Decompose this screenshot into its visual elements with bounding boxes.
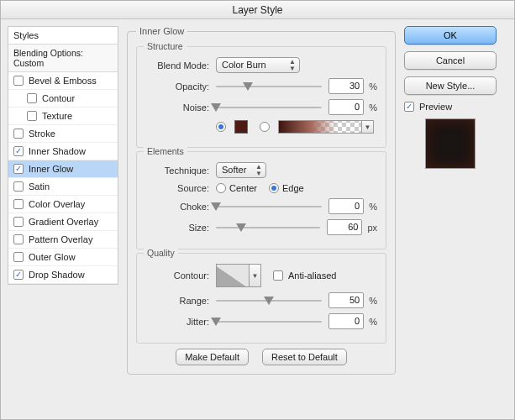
- style-item-texture[interactable]: Texture: [8, 108, 118, 125]
- elements-group: Elements Technique: Softer ▲▼ Source: Ce…: [136, 151, 386, 249]
- new-style-button[interactable]: New Style...: [404, 76, 497, 95]
- source-edge-label: Edge: [282, 183, 304, 193]
- elements-title: Elements: [144, 146, 187, 156]
- choke-label: Choke:: [145, 202, 209, 212]
- make-default-button[interactable]: Make Default: [176, 349, 249, 365]
- style-checkbox[interactable]: [27, 111, 37, 121]
- reset-default-button[interactable]: Reset to Default: [262, 349, 347, 365]
- blend-mode-select[interactable]: Color Burn ▲▼: [216, 57, 300, 73]
- style-checkbox[interactable]: [13, 270, 24, 280]
- opacity-label: Opacity:: [145, 81, 209, 92]
- action-column: OK Cancel New Style... Preview: [404, 26, 497, 383]
- gradient-swatch[interactable]: [278, 120, 362, 134]
- style-item-label: Pattern Overlay: [29, 234, 92, 244]
- style-item-label: Satin: [29, 181, 50, 192]
- style-item-label: Texture: [42, 111, 72, 121]
- chevron-updown-icon: ▲▼: [255, 164, 262, 177]
- range-input[interactable]: 50: [328, 292, 364, 308]
- jitter-label: Jitter:: [145, 317, 209, 327]
- ok-button[interactable]: OK: [404, 26, 497, 45]
- gradient-dropdown-icon[interactable]: ▼: [362, 120, 374, 134]
- preview-checkbox[interactable]: [404, 102, 414, 112]
- color-swatch[interactable]: [234, 120, 248, 134]
- range-unit: %: [369, 296, 377, 306]
- window-title: Layer Style: [1, 1, 514, 19]
- antialias-label: Anti-aliased: [288, 270, 336, 281]
- cancel-button[interactable]: Cancel: [404, 51, 497, 70]
- size-input[interactable]: 60: [327, 219, 362, 235]
- style-item-gradient-overlay[interactable]: Gradient Overlay: [8, 213, 118, 231]
- structure-group: Structure Blend Mode: Color Burn ▲▼ Opac…: [136, 46, 386, 148]
- technique-value: Softer: [222, 165, 246, 175]
- style-item-contour[interactable]: Contour: [8, 90, 118, 108]
- style-checkbox[interactable]: [13, 76, 24, 86]
- range-label: Range:: [145, 296, 209, 306]
- blend-mode-value: Color Burn: [222, 60, 266, 70]
- style-checkbox[interactable]: [13, 252, 24, 262]
- style-checkbox[interactable]: [13, 199, 24, 209]
- chevron-updown-icon: ▲▼: [289, 59, 296, 72]
- choke-slider[interactable]: [216, 201, 322, 213]
- source-label: Source:: [145, 183, 209, 193]
- layer-style-dialog: Layer Style Styles Blending Options: Cus…: [0, 0, 515, 420]
- style-item-label: Color Overlay: [29, 199, 85, 209]
- style-item-label: Stroke: [29, 129, 55, 139]
- source-edge-radio[interactable]: [269, 183, 279, 193]
- opacity-input[interactable]: 30: [328, 78, 364, 94]
- size-label: Size:: [145, 223, 209, 233]
- style-item-label: Bevel & Emboss: [29, 76, 97, 86]
- noise-input[interactable]: 0: [328, 99, 364, 115]
- styles-heading[interactable]: Styles: [8, 27, 118, 45]
- style-item-inner-glow[interactable]: Inner Glow: [8, 160, 118, 178]
- quality-title: Quality: [144, 248, 178, 258]
- style-checkbox[interactable]: [13, 181, 24, 192]
- style-checkbox[interactable]: [13, 234, 24, 244]
- style-item-label: Outer Glow: [29, 252, 76, 262]
- style-item-drop-shadow[interactable]: Drop Shadow: [8, 266, 118, 284]
- styles-sidebar: Styles Blending Options: Custom Bevel & …: [8, 26, 118, 383]
- contour-label: Contour:: [145, 270, 209, 281]
- choke-input[interactable]: 0: [328, 198, 364, 214]
- noise-label: Noise:: [145, 102, 209, 113]
- antialias-checkbox[interactable]: [273, 270, 283, 281]
- style-item-satin[interactable]: Satin: [8, 178, 118, 196]
- blending-options-row[interactable]: Blending Options: Custom: [8, 45, 118, 72]
- gradient-radio[interactable]: [260, 122, 270, 132]
- style-item-stroke[interactable]: Stroke: [8, 125, 118, 143]
- source-center-label: Center: [229, 183, 257, 193]
- style-item-pattern-overlay[interactable]: Pattern Overlay: [8, 231, 118, 249]
- style-item-bevel-emboss[interactable]: Bevel & Emboss: [8, 72, 118, 90]
- style-checkbox[interactable]: [13, 146, 24, 156]
- jitter-slider[interactable]: [216, 316, 322, 328]
- opacity-slider[interactable]: [216, 81, 322, 92]
- choke-unit: %: [369, 202, 377, 212]
- style-checkbox[interactable]: [27, 93, 37, 103]
- color-radio[interactable]: [216, 122, 226, 132]
- style-checkbox[interactable]: [13, 217, 24, 227]
- technique-select[interactable]: Softer ▲▼: [216, 162, 266, 178]
- noise-slider[interactable]: [216, 102, 322, 113]
- inner-glow-panel: Inner Glow Structure Blend Mode: Color B…: [127, 26, 396, 375]
- preview-label: Preview: [419, 102, 452, 112]
- source-center-radio[interactable]: [216, 183, 226, 193]
- jitter-input[interactable]: 0: [328, 313, 364, 329]
- style-item-label: Gradient Overlay: [29, 217, 98, 227]
- style-item-outer-glow[interactable]: Outer Glow: [8, 249, 118, 266]
- contour-dropdown-icon[interactable]: ▼: [250, 264, 261, 287]
- style-item-color-overlay[interactable]: Color Overlay: [8, 196, 118, 213]
- style-item-label: Inner Glow: [29, 164, 73, 174]
- blend-mode-label: Blend Mode:: [145, 60, 209, 71]
- jitter-unit: %: [369, 317, 377, 327]
- preview-thumbnail: [425, 118, 476, 169]
- contour-picker[interactable]: [216, 264, 250, 287]
- opacity-unit: %: [369, 81, 377, 92]
- style-item-inner-shadow[interactable]: Inner Shadow: [8, 143, 118, 160]
- style-checkbox[interactable]: [13, 164, 24, 174]
- range-slider[interactable]: [216, 295, 322, 307]
- style-checkbox[interactable]: [13, 129, 24, 139]
- technique-label: Technique:: [145, 165, 209, 176]
- size-slider[interactable]: [216, 222, 320, 234]
- quality-group: Quality Contour: ▼ Anti-aliased Range: 5…: [136, 253, 386, 344]
- panel-title: Inner Glow: [136, 26, 187, 36]
- style-item-label: Contour: [42, 93, 75, 103]
